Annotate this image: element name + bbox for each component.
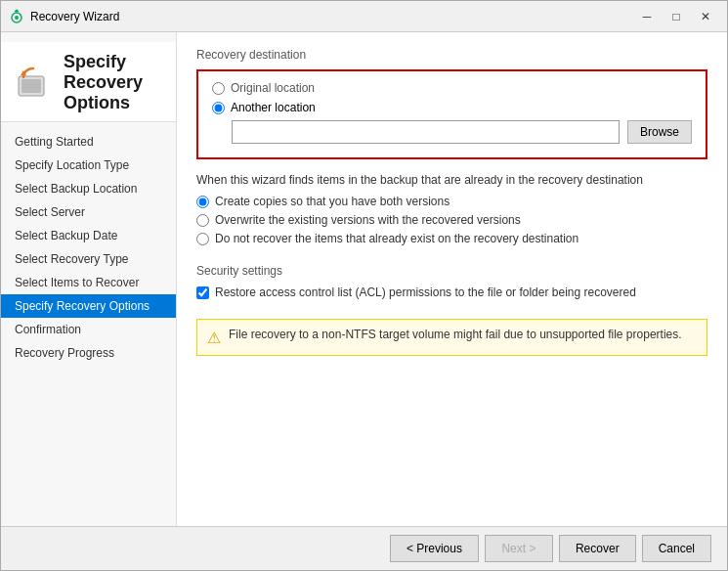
do-not-recover-radio[interactable] [196, 233, 209, 245]
main-panel: Recovery destination Original location A… [177, 32, 727, 526]
original-location-row: Original location [212, 81, 692, 95]
original-location-label: Original location [231, 81, 315, 95]
warning-icon: ⚠ [207, 329, 221, 347]
next-button[interactable]: Next > [485, 535, 553, 562]
recovery-wizard-window: Recovery Wizard ─ □ ✕ Specify Recovery O… [0, 0, 728, 571]
acl-checkbox[interactable] [196, 286, 209, 299]
close-button[interactable]: ✕ [692, 6, 719, 27]
sidebar-item-getting-started[interactable]: Getting Started [1, 130, 176, 154]
sidebar-item-specify-recovery-options[interactable]: Specify Recovery Options [1, 294, 176, 318]
another-location-radio[interactable] [212, 102, 225, 114]
minimize-button[interactable]: ─ [633, 6, 661, 27]
do-not-recover-label: Do not recover the items that already ex… [215, 232, 578, 245]
title-bar: Recovery Wizard ─ □ ✕ [1, 1, 727, 32]
sidebar: Specify Recovery Options Getting Started… [1, 32, 177, 526]
sidebar-item-select-server[interactable]: Select Server [1, 200, 176, 224]
sidebar-item-recovery-progress[interactable]: Recovery Progress [1, 341, 176, 365]
svg-rect-3 [21, 79, 41, 93]
sidebar-title: Specify Recovery Options [64, 52, 162, 113]
sidebar-item-select-items-to-recover[interactable]: Select Items to Recover [1, 271, 176, 294]
bottom-bar: < Previous Next > Recover Cancel [1, 526, 727, 570]
do-not-recover-option: Do not recover the items that already ex… [196, 232, 707, 245]
security-section: Security settings Restore access control… [196, 264, 707, 299]
recovery-destination-box: Original location Another location Brows… [196, 69, 707, 159]
original-location-radio[interactable] [212, 82, 225, 95]
sidebar-items-list: Getting Started Specify Location Type Se… [1, 130, 176, 365]
window-title: Recovery Wizard [30, 10, 633, 23]
acl-checkbox-row: Restore access control list (ACL) permis… [196, 286, 707, 299]
warning-text: File recovery to a non-NTFS target volum… [229, 328, 682, 341]
location-input[interactable] [232, 120, 620, 144]
overwrite-option: Overwrite the existing versions with the… [196, 213, 707, 227]
find-items-label: When this wizard finds items in the back… [196, 173, 707, 187]
acl-checkbox-label: Restore access control list (ACL) permis… [215, 286, 636, 299]
another-location-row: Another location [212, 101, 692, 114]
browse-button[interactable]: Browse [627, 120, 692, 144]
recover-button[interactable]: Recover [559, 535, 636, 562]
previous-button[interactable]: < Previous [390, 535, 479, 562]
warning-box: ⚠ File recovery to a non-NTFS target vol… [196, 319, 707, 356]
sidebar-item-select-recovery-type[interactable]: Select Recovery Type [1, 247, 176, 271]
recovery-destination-label: Recovery destination [196, 48, 707, 62]
create-copies-radio[interactable] [196, 196, 209, 208]
create-copies-label: Create copies so that you have both vers… [215, 195, 450, 208]
create-copies-option: Create copies so that you have both vers… [196, 195, 707, 208]
recovery-icon [15, 63, 52, 103]
overwrite-radio[interactable] [196, 214, 209, 227]
security-label: Security settings [196, 264, 707, 278]
overwrite-label: Overwrite the existing versions with the… [215, 213, 521, 227]
window-controls: ─ □ ✕ [633, 6, 719, 27]
sidebar-item-specify-location-type[interactable]: Specify Location Type [1, 154, 176, 177]
sidebar-item-confirmation[interactable]: Confirmation [1, 318, 176, 341]
cancel-button[interactable]: Cancel [642, 535, 711, 562]
another-location-label: Another location [231, 101, 316, 114]
sidebar-item-select-backup-date[interactable]: Select Backup Date [1, 224, 176, 247]
content-area: Specify Recovery Options Getting Started… [1, 32, 727, 526]
window-icon [9, 9, 24, 24]
svg-point-1 [15, 16, 19, 20]
sidebar-item-select-backup-location[interactable]: Select Backup Location [1, 177, 176, 200]
find-items-section: When this wizard finds items in the back… [196, 173, 707, 250]
location-input-row: Browse [232, 120, 692, 144]
sidebar-header: Specify Recovery Options [1, 42, 176, 122]
maximize-button[interactable]: □ [663, 6, 690, 27]
